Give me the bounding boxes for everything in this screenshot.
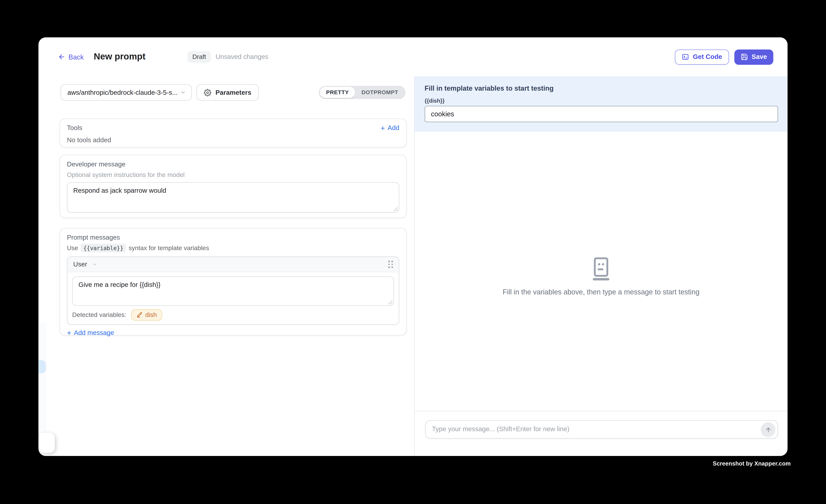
save-button[interactable]: Save bbox=[734, 49, 773, 64]
parameters-label: Parameters bbox=[216, 89, 251, 96]
page-header: Back New prompt Draft Unsaved changes Ge… bbox=[39, 37, 787, 76]
watermark-text: Screenshot by Xnapper.com bbox=[713, 460, 791, 467]
plus-icon: + bbox=[381, 125, 385, 131]
back-button[interactable]: Back bbox=[58, 53, 84, 61]
prompt-editor-pane: aws/anthropic/bedrock-claude-3-5-s... Pa… bbox=[39, 76, 414, 456]
variable-chip-label: dish bbox=[145, 311, 157, 318]
app-window: Back New prompt Draft Unsaved changes Ge… bbox=[39, 37, 787, 456]
message-input[interactable]: Type your message... (Shift+Enter for ne… bbox=[425, 420, 778, 439]
prompt-messages-card: Prompt messages Use {{variable}} syntax … bbox=[60, 228, 407, 335]
parameters-button[interactable]: Parameters bbox=[196, 84, 259, 101]
chat-empty-state: Fill in the variables above, then type a… bbox=[414, 256, 787, 296]
collapsed-sidebar-sliver bbox=[39, 322, 46, 432]
save-label: Save bbox=[752, 53, 767, 60]
prompt-messages-title: Prompt messages bbox=[67, 234, 399, 241]
drag-handle[interactable] bbox=[388, 261, 393, 268]
message-input-placeholder: Type your message... (Shift+Enter for ne… bbox=[426, 421, 777, 438]
detected-variables-label: Detected variables: bbox=[72, 311, 126, 318]
page-title: New prompt bbox=[94, 52, 145, 62]
model-selector[interactable]: aws/anthropic/bedrock-claude-3-5-s... bbox=[61, 84, 192, 101]
robot-icon bbox=[590, 256, 612, 281]
add-tool-button[interactable]: + Add bbox=[381, 124, 399, 132]
plus-icon: + bbox=[67, 330, 71, 336]
tools-empty-text: No tools added bbox=[67, 136, 399, 144]
add-message-button[interactable]: + Add message bbox=[67, 329, 399, 336]
view-toggle: PRETTY DOTPROMPT bbox=[319, 86, 406, 99]
floating-panel-fragment bbox=[39, 433, 55, 453]
message-header: User bbox=[67, 257, 399, 272]
pencil-icon bbox=[136, 312, 143, 318]
template-variables-section: Fill in template variables to start test… bbox=[414, 76, 787, 132]
prompt-message-textarea[interactable]: Give me a recipe for {{dish}} bbox=[72, 276, 394, 306]
back-arrow-icon bbox=[58, 53, 65, 60]
content-area: aws/anthropic/bedrock-claude-3-5-s... Pa… bbox=[39, 76, 787, 456]
tab-dotprompt[interactable]: DOTPROMPT bbox=[355, 87, 405, 98]
desktop-background: Back New prompt Draft Unsaved changes Ge… bbox=[0, 0, 826, 504]
header-actions: Get Code Save bbox=[675, 49, 773, 64]
get-code-label: Get Code bbox=[693, 53, 722, 60]
terminal-icon bbox=[682, 53, 689, 60]
test-pane: Fill in template variables to start test… bbox=[414, 76, 788, 456]
syntax-hint-prefix: Use bbox=[67, 244, 78, 252]
tools-title: Tools bbox=[67, 124, 82, 132]
status-badge: Draft bbox=[187, 51, 211, 63]
variable-chip-dish[interactable]: dish bbox=[131, 309, 162, 321]
role-value: User bbox=[73, 261, 87, 268]
get-code-button[interactable]: Get Code bbox=[675, 49, 729, 64]
chevron-down-icon bbox=[93, 262, 98, 267]
gear-icon bbox=[204, 89, 211, 96]
variable-token-chip: {{variable}} bbox=[81, 244, 126, 252]
chat-footer: Type your message... (Shift+Enter for ne… bbox=[414, 411, 787, 456]
message-body: Give me a recipe for {{dish}} Detected v… bbox=[67, 272, 399, 324]
variable-key-label: {{dish}} bbox=[425, 98, 778, 104]
send-button[interactable] bbox=[761, 422, 775, 437]
developer-message-card: Developer message Optional system instru… bbox=[60, 155, 407, 218]
add-message-label: Add message bbox=[74, 329, 114, 336]
variables-section-title: Fill in template variables to start test… bbox=[425, 84, 778, 92]
tools-card: Tools + Add No tools added bbox=[60, 118, 407, 147]
arrow-up-icon bbox=[765, 426, 771, 433]
prompt-message-block: User Give me a recipe for {{dish}} bbox=[67, 256, 399, 325]
back-label: Back bbox=[68, 53, 84, 61]
developer-message-textarea[interactable]: Respond as jack sparrow would bbox=[67, 182, 399, 213]
variable-value-input[interactable] bbox=[425, 106, 778, 122]
unsaved-changes-text: Unsaved changes bbox=[216, 53, 268, 60]
chevron-down-icon bbox=[180, 89, 186, 95]
syntax-hint-suffix: syntax for template variables bbox=[129, 244, 209, 252]
role-selector[interactable]: User bbox=[73, 261, 98, 268]
developer-message-title: Developer message bbox=[67, 161, 399, 168]
add-tool-label: Add bbox=[388, 124, 399, 132]
developer-message-subtitle: Optional system instructions for the mod… bbox=[67, 171, 399, 179]
sidebar-active-indicator bbox=[39, 360, 46, 373]
save-icon bbox=[741, 53, 748, 60]
tab-pretty[interactable]: PRETTY bbox=[320, 87, 355, 98]
model-selector-value: aws/anthropic/bedrock-claude-3-5-s... bbox=[67, 89, 180, 96]
empty-state-text: Fill in the variables above, then type a… bbox=[414, 288, 787, 296]
